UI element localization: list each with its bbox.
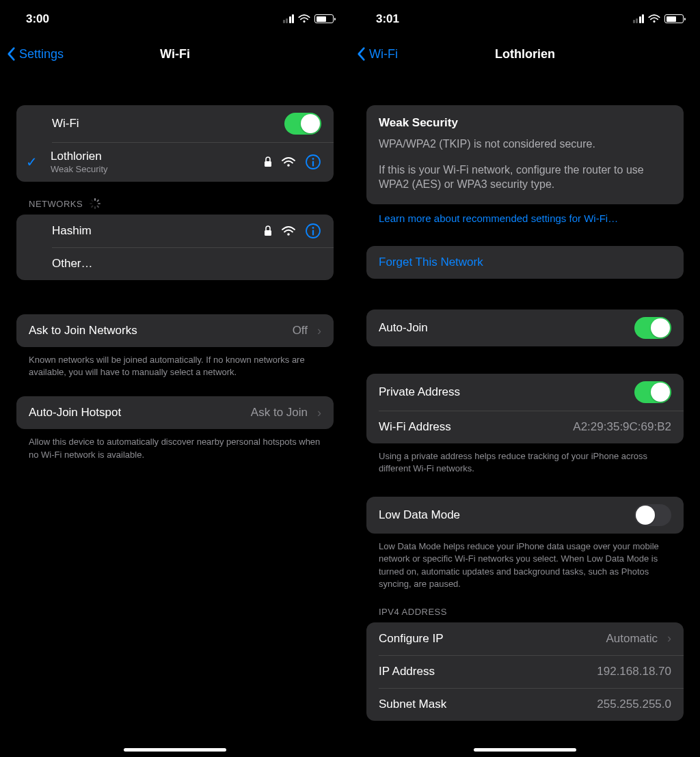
lock-icon [264,225,272,236]
page-title: Lothlorien [350,47,700,61]
battery-icon [664,14,684,23]
cellular-icon [283,14,295,23]
row-label: Ask to Join Networks [29,324,137,338]
connected-network-row[interactable]: ✓ Lothlorien Weak Security [16,142,334,182]
forget-network-button[interactable]: Forget This Network [366,246,684,279]
wifi-address-row: Wi-Fi Address A2:29:35:9C:69:B2 [366,411,684,443]
home-indicator[interactable] [124,748,226,752]
ip-address-row: IP Address 192.168.18.70 [366,655,684,688]
nav-bar: Wi-Fi Lothlorien [350,37,700,71]
warning-title: Weak Security [379,116,671,130]
row-label: Auto-Join [379,321,428,335]
private-address-toggle[interactable] [634,381,671,403]
wifi-icon [282,226,295,236]
chevron-left-icon [357,46,366,61]
info-icon[interactable] [305,154,321,170]
back-label: Wi-Fi [369,47,398,61]
status-bar: 3:01 [350,0,700,31]
back-button[interactable]: Wi-Fi [357,46,398,61]
security-warning-card: Weak Security WPA/WPA2 (TKIP) is not con… [366,105,684,204]
info-icon[interactable] [305,223,321,239]
low-data-mode-row[interactable]: Low Data Mode [366,497,684,534]
warning-line: WPA/WPA2 (TKIP) is not considered secure… [379,137,671,152]
row-label: Forget This Network [379,256,483,269]
wifi-icon [648,14,660,23]
auto-join-row[interactable]: Auto-Join [366,309,684,346]
back-label: Settings [19,47,64,61]
spinner-icon [90,198,100,209]
battery-icon [314,14,334,23]
row-label: Private Address [379,385,460,399]
status-bar: 3:00 [0,0,350,31]
chevron-right-icon: › [317,406,321,420]
warning-line: If this is your Wi-Fi network, configure… [379,163,671,192]
chevron-right-icon: › [667,631,671,646]
private-address-row[interactable]: Private Address [366,374,684,411]
row-label: Subnet Mask [379,698,446,711]
footer-text: Known networks will be joined automatica… [16,347,334,378]
wifi-toggle[interactable] [284,113,321,135]
row-value: 255.255.255.0 [597,698,671,711]
ipv4-header: IPV4 ADDRESS [366,590,684,622]
row-label: Other… [52,257,93,271]
wifi-icon [282,157,295,167]
ask-join-row[interactable]: Ask to Join Networks Off › [16,314,334,347]
check-icon: ✓ [26,154,40,170]
footer-text: Allow this device to automatically disco… [16,429,334,460]
auto-join-hotspot-row[interactable]: Auto-Join Hotspot Ask to Join › [16,396,334,429]
row-label: Wi-Fi [52,117,79,130]
network-sub: Weak Security [51,164,108,174]
row-label: Configure IP [379,632,444,646]
row-value: A2:29:35:9C:69:B2 [573,420,671,434]
row-value: Automatic [606,632,658,646]
back-button[interactable]: Settings [7,46,64,61]
status-time: 3:01 [376,12,399,26]
home-indicator[interactable] [474,748,576,752]
configure-ip-row[interactable]: Configure IP Automatic › [366,622,684,655]
network-name: Hashim [52,224,92,238]
status-time: 3:00 [26,12,49,26]
networks-header: NETWORKS [16,182,334,215]
wifi-icon [298,14,310,23]
network-row[interactable]: Hashim [16,215,334,247]
nav-bar: Settings Wi-Fi [0,37,350,71]
row-label: Low Data Mode [379,508,460,522]
row-value: Off [293,324,308,338]
subnet-mask-row: Subnet Mask 255.255.255.0 [366,688,684,721]
low-data-toggle[interactable] [634,504,671,526]
chevron-right-icon: › [317,324,321,338]
screen-network-detail: 3:01 Wi-Fi Lothlorien Weak Security WPA/… [350,0,700,757]
lock-icon [264,156,272,167]
chevron-left-icon [7,46,16,61]
auto-join-toggle[interactable] [634,317,671,339]
row-value: Ask to Join [251,406,308,419]
footer-text: Using a private address helps reduce tra… [366,443,684,475]
row-label: Wi-Fi Address [379,420,451,434]
row-value: 192.168.18.70 [597,665,671,678]
wifi-toggle-row[interactable]: Wi-Fi [16,105,334,142]
other-network-row[interactable]: Other… [16,247,334,280]
learn-more-link[interactable]: Learn more about recommended settings fo… [366,204,684,224]
screen-wifi-settings: 3:00 Settings Wi-Fi Wi-Fi ✓ Lothlorien [0,0,350,757]
row-label: Auto-Join Hotspot [29,406,121,419]
row-label: IP Address [379,665,435,678]
footer-text: Low Data Mode helps reduce your iPhone d… [366,534,684,590]
cellular-icon [633,14,645,23]
network-name: Lothlorien [51,150,108,163]
